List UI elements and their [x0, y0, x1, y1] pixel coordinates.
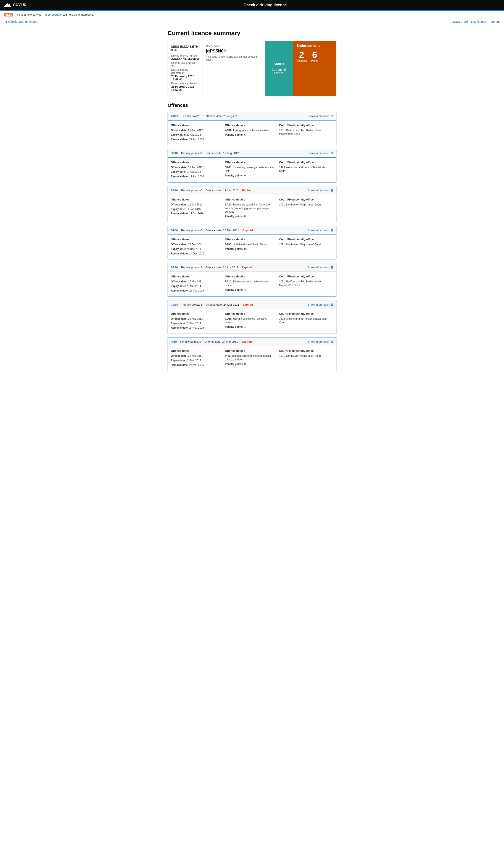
plus-icon: ⊕ [330, 151, 333, 155]
expired-badge: Expired [241, 266, 252, 269]
offence-body: Offence dates Offence date: 24 Mar 2011 … [168, 346, 336, 371]
offence-details-col: Offence details SP40: Exceeding passenge… [225, 160, 279, 179]
offence-card: SP30 Penalty points: 3 Offence date: 24 … [167, 263, 337, 296]
court-col: Court/Fixed penalty office 1051: Bedford… [279, 123, 333, 142]
expiry-date-row: Expiry date: 29 Aug 2015 [171, 133, 221, 137]
issue-number-field: Licence issue number: 73 [171, 61, 199, 68]
show-information-button[interactable]: Show information ⊕ [308, 228, 333, 232]
offence-dates-title: Offence dates [171, 349, 221, 352]
check-code-value: jqPS5N0H [206, 49, 262, 53]
offence-header-left: IN10 Penalty points: 0 Offence date: 24 … [171, 340, 252, 343]
date-viewed-label: Date summary viewed: [171, 82, 198, 85]
court-col: Court/Fixed penalty office 1493: Axminst… [279, 160, 333, 179]
offence-dates-col: Offence dates Offence date: 25 Mar 2011 … [171, 275, 225, 293]
offence-details-col: Offence details AC10: Failing to stop af… [225, 123, 279, 142]
offence-detail-desc: IN10: Using a vehicle uninsured against … [225, 354, 275, 362]
offence-dates-col: Offence dates Offence date: 24 Dec 2011 … [171, 238, 225, 256]
offence-dates-col: Offence dates Offence date: 24 Mar 2011 … [171, 349, 225, 367]
show-information-button[interactable]: Show information ⊕ [308, 340, 333, 344]
removal-date-row: Removal date: 25 Mar 2015 [171, 289, 221, 293]
offence-detail-points: Penalty points: 1 [225, 325, 275, 329]
expired-badge: Expired [241, 340, 252, 343]
offence-date-label: Offence date: 24 Dec 2011 [205, 229, 239, 232]
expiry-date-row: Expiry date: 24 Mar 2014 [171, 359, 221, 362]
offence-detail-desc: SP20: Exceeding speed limit for type of … [225, 203, 275, 214]
points-label: Points [311, 59, 318, 63]
offence-detail-points: Penalty points: 0 [225, 214, 275, 218]
licence-number-label: Driving licence number: [171, 54, 198, 57]
offence-details-col: Offence details IN10: Using a vehicle un… [225, 349, 279, 367]
issue-number-label: Licence issue number: [171, 61, 197, 64]
offence-header-left: AC10 Penalty points: 6 Offence date: 29 … [171, 115, 239, 118]
offence-date-row: Offence date: 12 Aug 2012 [171, 166, 221, 169]
plus-icon: ⊕ [330, 114, 333, 118]
offence-detail-desc: SP60: Undefined speed limit offence [225, 243, 275, 246]
offence-header: SP30 Penalty points: 3 Offence date: 24 … [168, 263, 336, 272]
offence-header-left: SP40 Penalty points: 0 Offence date: 12 … [171, 152, 239, 155]
offence-dates-title: Offence dates [171, 123, 221, 127]
expired-badge: Expired [242, 189, 252, 192]
show-information-button[interactable]: Show information ⊕ [308, 303, 333, 307]
expired-badge: Expired [243, 303, 253, 306]
offence-dates-col: Offence dates Offence date: 11 Jan 2012 … [171, 198, 225, 219]
court-value: 1021: North Avon Magistrates' Court [279, 203, 330, 207]
offence-header: CU10 Penalty points: 1 Offence date: 24 … [168, 300, 336, 309]
offence-card: SP20 Penalty points: 0 Offence date: 11 … [167, 186, 337, 222]
date-generated-value: 25 February 2015 15:48:01 [171, 74, 199, 81]
offence-dates-title: Offence dates [171, 160, 221, 164]
logout-link[interactable]: Logout [490, 20, 500, 23]
offence-penalty-label: Penalty points: 0 [180, 340, 201, 343]
offence-date-row: Offence date: 24 Dec 2011 [171, 243, 221, 246]
offence-dates-title: Offence dates [171, 312, 221, 315]
offence-detail-points: Penalty points: 3 [225, 288, 275, 292]
removal-date-row: Removal date: 24 Mar 2015 [171, 363, 221, 367]
removal-date-row: Removal date: 24 Dec 2015 [171, 252, 221, 256]
offence-date-row: Offence date: 24 Mar 2011 [171, 354, 221, 358]
show-information-button[interactable]: Show information ⊕ [308, 151, 333, 155]
offence-date-row: Offence date: 11 Jan 2012 [171, 203, 221, 207]
offence-penalty-label: Penalty points: 3 [181, 266, 202, 269]
offence-detail-desc: SP10: Exceeding goods vehicle speed limi… [225, 280, 275, 287]
offence-date-label: Offence date: 24 Mar 2011 [206, 303, 239, 306]
offence-body: Offence dates Offence date: 24 Dec 2011 … [168, 235, 336, 259]
offence-details-title: Offence details [225, 275, 275, 278]
check-another-licence-link[interactable]: ◄ Check another licence [4, 20, 38, 23]
offence-penalty-label: Penalty points: 6 [181, 115, 202, 118]
offence-detail-desc: SP40: Exceeding passenger vehicle speed … [225, 166, 275, 173]
show-information-button[interactable]: Show information ⊕ [308, 265, 333, 270]
beta-tag: BETA [4, 13, 13, 16]
offence-card: AC10 Penalty points: 6 Offence date: 29 … [167, 111, 337, 145]
offence-penalty-label: Penalty points: 1 [181, 303, 202, 306]
date-viewed-value: 25 February 2015 15:50:21 [171, 85, 199, 91]
gov-uk-logo: GOV.UK [4, 3, 26, 7]
offence-date-label: Offence date: 24 Mar 2011 [204, 340, 238, 343]
offences-list: AC10 Penalty points: 6 Offence date: 29 … [167, 111, 337, 371]
offences-heading: Offences [167, 103, 337, 108]
licence-number-field: Driving licence number: XXXXXXX010E99MM [171, 54, 199, 61]
offence-penalty-label: Penalty points: 0 [181, 229, 202, 232]
offence-dates-col: Offence dates Offence date: 24 Mar 2011 … [171, 312, 225, 330]
offence-header-left: SP20 Penalty points: 0 Offence date: 11 … [171, 189, 252, 192]
endorsements-numbers: 2 Offences 6 Points [296, 50, 333, 63]
offence-dates-title: Offence dates [171, 198, 221, 201]
offence-code: CU10 [171, 303, 178, 306]
plus-icon: ⊕ [330, 303, 333, 307]
expired-badge: Expired [242, 229, 253, 232]
court-title: Court/Fixed penalty office [279, 312, 330, 315]
offence-card: IN10 Penalty points: 0 Offence date: 24 … [167, 337, 337, 371]
offence-date-label: Offence date: 29 Aug 2012 [206, 115, 239, 118]
beta-text: This is a new service – your [15, 13, 51, 16]
removal-date-row: Removal date: 24 Mar 2015 [171, 326, 221, 330]
show-information-button[interactable]: Show information ⊕ [308, 114, 333, 118]
offence-details-title: Offence details [225, 160, 275, 164]
feedback-link[interactable]: feedback [51, 13, 62, 16]
check-code-section: Check code: jqPS5N0H This code is now in… [202, 41, 265, 96]
save-print-link[interactable]: Save or print this licence [453, 20, 486, 23]
issue-number-value: 73 [171, 64, 199, 68]
court-value: 1051: Bedford and Mid Bedfordshire Magis… [279, 128, 330, 136]
offence-details-col: Offence details CU10: Using a vehicle wi… [225, 312, 279, 330]
offence-dates-col: Offence dates Offence date: 12 Aug 2012 … [171, 160, 225, 179]
show-information-button[interactable]: Show information ⊕ [308, 188, 333, 192]
endorsements-box: Endorsements 2 Offences 6 Points [293, 41, 336, 96]
offence-code: SP40 [171, 152, 178, 155]
